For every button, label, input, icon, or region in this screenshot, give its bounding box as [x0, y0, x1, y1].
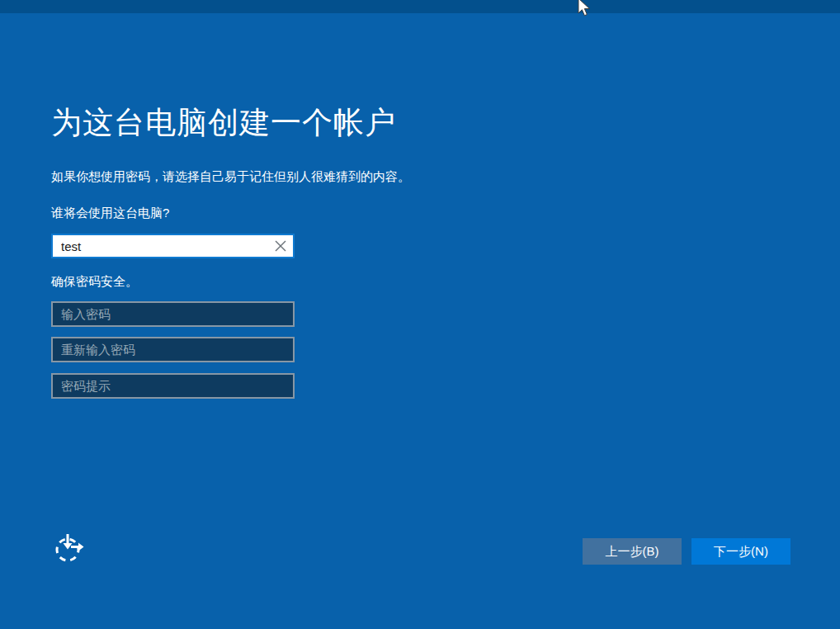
username-label: 谁将会使用这台电脑?	[51, 206, 169, 221]
clear-text-button[interactable]	[268, 235, 293, 257]
confirm-password-input[interactable]	[51, 337, 295, 362]
back-button[interactable]: 上一步(B)	[583, 538, 682, 565]
ease-of-access-icon	[52, 530, 88, 566]
username-field-wrap	[51, 234, 295, 258]
username-input[interactable]	[53, 235, 268, 257]
password-input[interactable]	[51, 301, 295, 327]
ease-of-access-button[interactable]	[52, 530, 88, 566]
clear-x-icon	[274, 239, 287, 253]
next-button[interactable]: 下一步(N)	[691, 538, 790, 565]
page-subtitle: 如果你想使用密码，请选择自己易于记住但别人很难猜到的内容。	[51, 169, 410, 185]
top-strip	[0, 0, 840, 13]
page-title: 为这台电脑创建一个帐户	[51, 102, 396, 144]
password-hint-input[interactable]	[51, 373, 295, 399]
password-security-label: 确保密码安全。	[51, 274, 138, 290]
oobe-create-account-screen: 为这台电脑创建一个帐户 如果你想使用密码，请选择自己易于记住但别人很难猜到的内容…	[0, 0, 840, 629]
